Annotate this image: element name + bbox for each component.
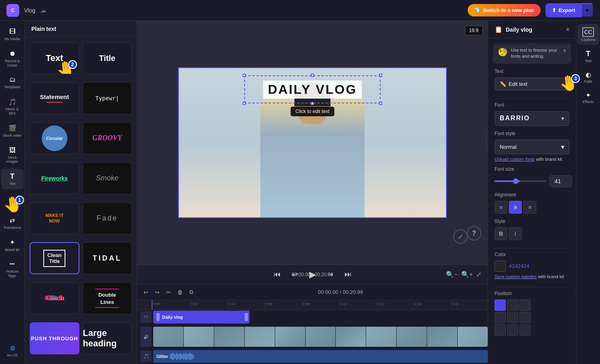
sidebar-item-graphics[interactable]: ◇ Graphics (1, 191, 24, 211)
aspect-ratio-button[interactable]: 16:9 (465, 26, 483, 35)
position-btn-ml[interactable] (495, 312, 506, 323)
italic-button[interactable]: I (509, 227, 522, 240)
sidebar-item-record[interactable]: ⏺ Record &create (1, 46, 24, 71)
text-section-label: Text (495, 69, 570, 74)
sidebar-item-stock-images[interactable]: 🖼 Stock images (1, 143, 24, 168)
position-btn-br[interactable] (519, 324, 531, 336)
graphics-icon: ◇ (8, 194, 17, 203)
edit-text-button[interactable]: ✏️ Edit text (495, 77, 570, 91)
handle-tl[interactable] (243, 74, 246, 77)
text-card-fade[interactable]: Fade (83, 202, 132, 235)
export-dropdown-button[interactable]: ▾ (582, 3, 594, 17)
video-filmstrip[interactable] (153, 327, 488, 347)
handle-tr[interactable] (379, 74, 382, 77)
sidebar-item-stock-video[interactable]: 🎬 Stock video (1, 121, 24, 141)
text-card-tidal[interactable]: TIDAL (83, 242, 132, 274)
position-btn-tl[interactable] (495, 299, 506, 311)
font-size-input[interactable] (549, 175, 572, 187)
skip-forward-button[interactable]: ⏭ (343, 269, 353, 280)
font-style-caret-icon: ▾ (561, 143, 564, 151)
text-card-text[interactable]: Text 🤚 2 (30, 42, 79, 74)
right-panel-close-button[interactable]: × (566, 26, 570, 33)
position-btn-bl[interactable] (495, 324, 506, 336)
text-card-groovy[interactable]: GROOVY (83, 122, 132, 154)
sidebar-item-brand[interactable]: ✦ Brand kit (1, 235, 24, 255)
font-style-label: Font style (495, 131, 570, 136)
sidebar-item-locale[interactable]: 🌐 en-US (1, 340, 24, 361)
text-card-typewriter[interactable]: Typewr| (83, 82, 132, 114)
save-palette-anchor[interactable]: Save custom palettes (495, 274, 537, 279)
redo-button[interactable]: ↪ (153, 287, 161, 297)
zoom-out-button[interactable]: 🔍− (446, 271, 458, 278)
sidebar-item-templates[interactable]: 🗂 Templates (1, 72, 24, 93)
text-card-smoke[interactable]: Smoke (83, 162, 132, 194)
handle-br[interactable] (379, 102, 382, 105)
delete-button[interactable]: 🗑 (176, 287, 184, 297)
sidebar-item-text[interactable]: T Text 🤚 1 (1, 169, 24, 189)
undo-button[interactable]: ↩ (142, 287, 150, 297)
video-canvas[interactable]: DAILY VLOG Click to edit text (178, 67, 447, 218)
text-selection-box[interactable]: DAILY VLOG (244, 75, 381, 103)
handle-bl[interactable] (243, 102, 246, 105)
divider-2 (495, 248, 570, 249)
bold-button[interactable]: B (495, 227, 507, 240)
font-style-section: Font style Normal ▾ Upload custom fonts … (488, 131, 576, 166)
position-btn-mm[interactable] (507, 312, 518, 323)
font-selector[interactable]: BARRIO ▾ (495, 111, 570, 126)
help-button[interactable]: ? (467, 226, 481, 241)
font-size-slider[interactable] (495, 180, 546, 182)
text-style-label: Style (495, 218, 570, 224)
text-tool-icon: T (586, 50, 590, 58)
alignment-label: Alignment (495, 192, 570, 198)
text-card-statement[interactable]: Statement (30, 82, 79, 114)
font-style-selector[interactable]: Normal ▾ (495, 140, 570, 154)
position-btn-mr[interactable] (519, 312, 531, 323)
fit-timeline-button[interactable]: ⤢ (476, 271, 481, 278)
export-button[interactable]: ⬆ Export (545, 3, 582, 17)
align-center-button[interactable]: ≡ (509, 201, 522, 214)
sidebar-item-fade[interactable]: ◐ Fade (578, 68, 599, 87)
audio-clip[interactable]: Glitter (153, 350, 488, 363)
fade-icon: ◐ (586, 71, 591, 79)
expand-canvas-button[interactable]: ⤢ (453, 229, 468, 244)
position-btn-tr[interactable] (519, 299, 531, 311)
handle-tm[interactable] (311, 74, 314, 77)
color-hex-display: #242424 (509, 263, 529, 269)
text-card-push-through[interactable]: PUSH THROUGH (30, 322, 79, 354)
color-swatch[interactable] (495, 261, 506, 272)
collapse-right-button[interactable]: › (486, 135, 488, 150)
font-section: Font BARRIO ▾ (488, 102, 576, 131)
upload-fonts-anchor[interactable]: Upload custom fonts (495, 157, 535, 162)
position-btn-tm[interactable] (507, 299, 518, 311)
text-card-double-lines[interactable]: DoubleLines (83, 282, 132, 314)
sidebar-item-captions[interactable]: CC Captions (578, 24, 599, 45)
sidebar-item-effects[interactable]: ✦ Effects 🤚 3 (578, 88, 599, 107)
sidebar-item-transitions[interactable]: ⇄ Transitions (1, 213, 24, 233)
templates-icon: 🗂 (8, 75, 17, 84)
text-card-circular[interactable]: Circular (30, 122, 79, 154)
switch-plan-button[interactable]: 💎 Switch to a new plan (468, 4, 541, 16)
sidebar-item-my-media[interactable]: 🎞 My media (1, 24, 24, 44)
text-card-glitch[interactable]: Glitch (30, 282, 79, 314)
text-card-make-it-now[interactable]: MAKE ITNOW (30, 202, 79, 235)
text-card-title[interactable]: Title (83, 42, 132, 74)
sidebar-item-text-tool[interactable]: T Text (578, 47, 599, 66)
sidebar-item-feature-flags[interactable]: ••• Feature flags (1, 257, 24, 281)
position-btn-bm[interactable] (507, 324, 518, 336)
vlog-title-clip[interactable]: Daily vlog (153, 311, 249, 324)
duplicate-button[interactable]: ⧉ (188, 287, 195, 297)
ai-banner: 🧐 Use text to finesse your fonts and wri… (493, 43, 571, 64)
text-card-fireworks[interactable]: Fireworks (30, 162, 79, 194)
ai-banner-close-button[interactable]: × (563, 47, 566, 54)
skip-back-button[interactable]: ⏮ (272, 269, 282, 280)
align-left-button[interactable]: ≡ (495, 201, 507, 214)
sidebar-item-music[interactable]: 🎵 Music & SFX (1, 94, 24, 119)
handle-bm[interactable] (311, 102, 314, 105)
zoom-in-button[interactable]: 🔍+ (461, 271, 473, 278)
align-right-button[interactable]: ≡ (523, 201, 536, 214)
right-sidebar: CC Captions T Text ◐ Fade ✦ Effects 🤚 3 (576, 21, 600, 364)
text-card-clean-title[interactable]: CleanTitle (30, 242, 79, 274)
cut-button[interactable]: ✂ (164, 287, 172, 297)
my-media-icon: 🎞 (8, 27, 17, 36)
text-card-large-heading[interactable]: Large heading (83, 322, 132, 354)
